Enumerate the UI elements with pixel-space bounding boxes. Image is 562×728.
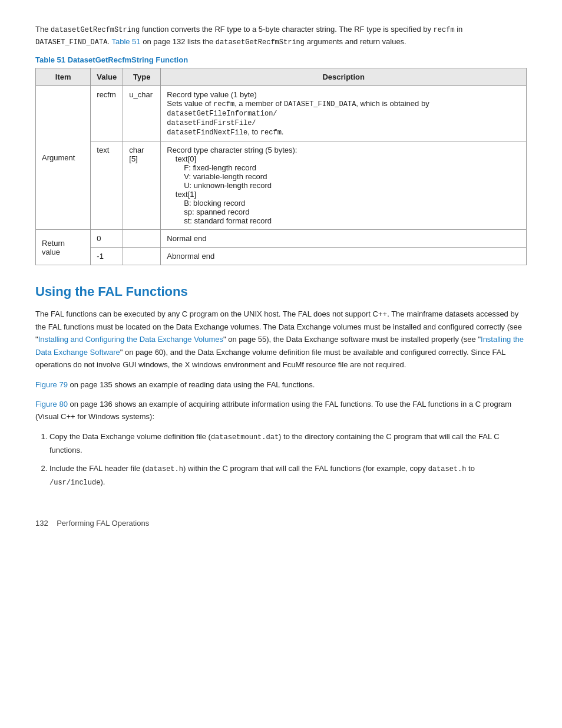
table-row: Return value 0 Normal end (36, 230, 527, 248)
type-cell-empty1 (123, 230, 161, 248)
body-para-3: Figure 80 on page 136 shows an example o… (35, 398, 527, 423)
intro-paragraph: The datasetGetRecfmString function conve… (35, 24, 527, 48)
intro-code2: recfm (434, 26, 455, 34)
desc-cell-text: Record type character string (5 bytes): … (161, 141, 527, 230)
desc-cell-abnormalend: Abnormal end (161, 248, 527, 265)
list-code1: datasetmount.dat (211, 433, 279, 442)
footer-page: 132 (35, 519, 48, 528)
item-cell-argument: Argument (36, 86, 91, 230)
body-para-1: The FAL functions can be executed by any… (35, 308, 527, 371)
intro-code3: DATASET_FIND_DATA (35, 38, 107, 47)
table51-link[interactable]: Table 51 (111, 37, 140, 46)
list-item: Include the FAL header file (dataset.h) … (49, 462, 527, 489)
section-heading: Using the FAL Functions (35, 284, 527, 299)
intro-code4: datasetGetRecfmString (216, 38, 305, 47)
list-code4: /usr/include (49, 479, 100, 487)
type-cell-char5: char [5] (123, 141, 161, 230)
dataset-table: Item Value Type Description Argument rec… (35, 68, 527, 265)
value-cell-text: text (91, 141, 123, 230)
desc-cell-normalend: Normal end (161, 230, 527, 248)
table-row: Argument recfm u_char Record type value … (36, 86, 527, 141)
figure80-link[interactable]: Figure 80 (35, 400, 68, 409)
footer: 132 Performing FAL Operations (35, 519, 527, 528)
col-header-description: Description (161, 68, 527, 86)
table-row: text char [5] Record type character stri… (36, 141, 527, 230)
list-code2: dataset.h (145, 465, 183, 473)
type-cell-empty2 (123, 248, 161, 265)
value-cell-minus1: -1 (91, 248, 123, 265)
installing-link[interactable]: Installing and Configuring the Data Exch… (38, 335, 223, 344)
item-cell-returnvalue: Return value (36, 230, 91, 265)
desc-cell-recfm: Record type value (1 byte) Sets value of… (161, 86, 527, 141)
table-title: Table 51 DatasetGetRecfmString Function (35, 55, 527, 64)
value-cell-recfm: recfm (91, 86, 123, 141)
type-cell-uchar: u_char (123, 86, 161, 141)
table-row: -1 Abnormal end (36, 248, 527, 265)
list-code3: dataset.h (428, 465, 467, 473)
body-para-2: Figure 79 on page 135 shows an example o… (35, 378, 527, 391)
value-cell-0: 0 (91, 230, 123, 248)
col-header-type: Type (123, 68, 161, 86)
intro-code1: datasetGetRecfmString (51, 26, 140, 34)
desc-code2: DATASET_FIND_DATA (284, 100, 356, 108)
steps-list: Copy the Data Exchange volume definition… (49, 430, 527, 489)
col-header-item: Item (36, 68, 91, 86)
desc-code1: recfm (213, 100, 234, 108)
figure79-link[interactable]: Figure 79 (35, 380, 68, 389)
list-item: Copy the Data Exchange volume definition… (49, 430, 527, 456)
col-header-value: Value (91, 68, 123, 86)
desc-code4: recfm (260, 129, 282, 137)
footer-label: Performing FAL Operations (57, 519, 149, 528)
